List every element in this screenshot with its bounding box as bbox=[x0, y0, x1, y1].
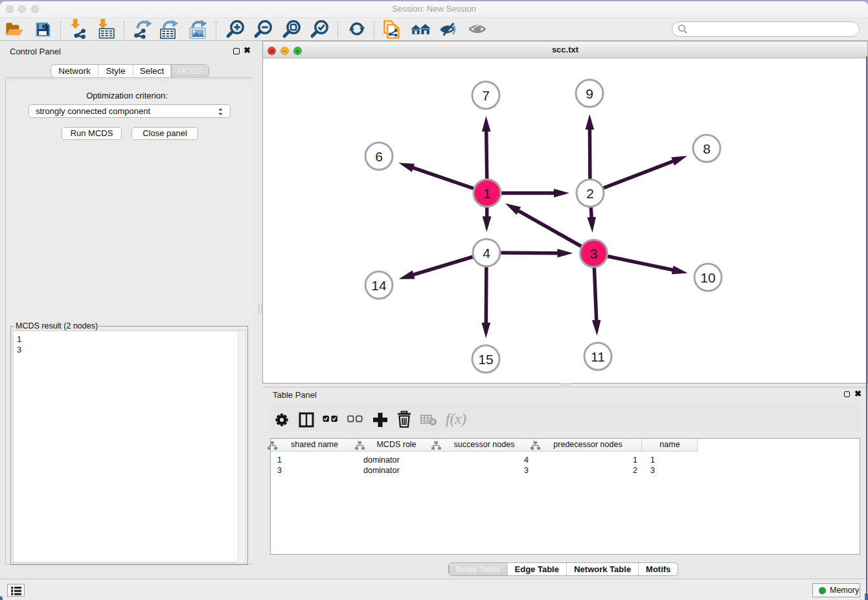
svg-text:3: 3 bbox=[590, 246, 598, 261]
svg-text:7: 7 bbox=[482, 88, 490, 103]
svg-text:9: 9 bbox=[586, 86, 593, 101]
svg-text:2: 2 bbox=[586, 186, 594, 201]
svg-text:10: 10 bbox=[700, 270, 715, 285]
svg-text:1: 1 bbox=[483, 186, 491, 201]
svg-text:6: 6 bbox=[375, 149, 383, 164]
svg-text:14: 14 bbox=[371, 278, 387, 293]
svg-text:11: 11 bbox=[591, 349, 605, 364]
svg-text:4: 4 bbox=[483, 246, 490, 260]
svg-text:8: 8 bbox=[703, 141, 711, 156]
svg-text:15: 15 bbox=[478, 352, 493, 367]
